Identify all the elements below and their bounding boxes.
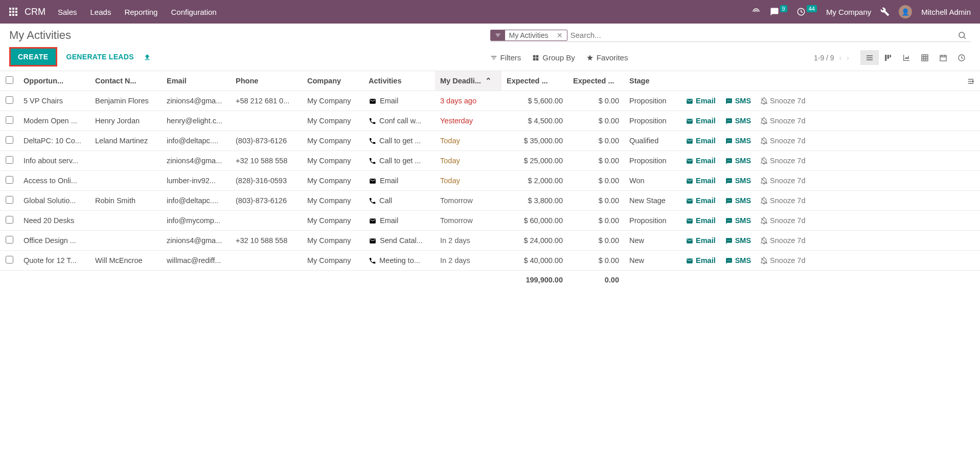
cell-activity[interactable]: Call to get ... xyxy=(363,131,435,151)
row-email-button[interactable]: Email xyxy=(686,196,716,205)
menu-configuration[interactable]: Configuration xyxy=(171,8,216,16)
import-icon[interactable] xyxy=(143,52,151,61)
company-switcher[interactable]: My Company xyxy=(826,8,871,16)
row-sms-button[interactable]: SMS xyxy=(725,117,751,125)
col-deadline[interactable]: My Deadli... ⌃ xyxy=(435,71,502,91)
table-row[interactable]: Modern Open ...Henry Jordanhenry@elight.… xyxy=(0,111,980,131)
row-checkbox[interactable] xyxy=(0,231,18,251)
cell-deadline: Today xyxy=(435,171,502,191)
col-opportunity[interactable]: Opportun... xyxy=(18,71,90,91)
row-sms-button[interactable]: SMS xyxy=(725,216,751,225)
cell-activity[interactable]: Meeting to... xyxy=(363,251,435,271)
row-snooze-button[interactable]: Snooze 7d xyxy=(760,177,805,185)
row-sms-button[interactable]: SMS xyxy=(725,256,751,265)
row-checkbox[interactable] xyxy=(0,131,18,151)
row-email-button[interactable]: Email xyxy=(686,236,716,245)
row-checkbox[interactable] xyxy=(0,211,18,231)
avatar[interactable]: 👤 xyxy=(899,5,912,18)
table-row[interactable]: DeltaPC: 10 Co...Leland Martinezinfo@del… xyxy=(0,131,980,151)
filters-button[interactable]: Filters xyxy=(490,53,521,62)
col-activities[interactable]: Activities xyxy=(363,71,435,91)
row-sms-button[interactable]: SMS xyxy=(725,97,751,105)
groupby-button[interactable]: Group By xyxy=(532,53,575,62)
cell-activity[interactable]: Call to get ... xyxy=(363,151,435,171)
row-email-button[interactable]: Email xyxy=(686,216,716,225)
menu-sales[interactable]: Sales xyxy=(58,8,77,16)
col-expected-revenue[interactable]: Expected ... xyxy=(502,71,568,91)
row-email-button[interactable]: Email xyxy=(686,97,716,105)
envelope-icon xyxy=(686,97,694,105)
row-sms-button[interactable]: SMS xyxy=(725,157,751,165)
col-email[interactable]: Email xyxy=(162,71,231,91)
table-row[interactable]: 5 VP ChairsBenjamin Floreszinions4@gma..… xyxy=(0,91,980,111)
voip-icon[interactable] xyxy=(751,7,761,16)
row-email-button[interactable]: Email xyxy=(686,177,716,185)
row-checkbox[interactable] xyxy=(0,111,18,131)
create-button[interactable]: CREATE xyxy=(9,47,57,67)
table-row[interactable]: Need 20 Desksinfo@mycomp...My CompanyEma… xyxy=(0,211,980,231)
row-checkbox[interactable] xyxy=(0,191,18,211)
row-checkbox[interactable] xyxy=(0,171,18,191)
pager-value[interactable]: 1-9 / 9 xyxy=(814,54,834,62)
row-snooze-button[interactable]: Snooze 7d xyxy=(760,196,805,205)
table-row[interactable]: Access to Onli...lumber-inv92...(828)-31… xyxy=(0,171,980,191)
table-row[interactable]: Global Solutio...Robin Smithinfo@deltapc… xyxy=(0,191,980,211)
cell-activity[interactable]: Send Catal... xyxy=(363,231,435,251)
menu-leads[interactable]: Leads xyxy=(90,8,111,16)
row-snooze-button[interactable]: Snooze 7d xyxy=(760,216,805,225)
cell-company: My Company xyxy=(302,131,363,151)
menu-reporting[interactable]: Reporting xyxy=(124,8,157,16)
optional-columns-icon[interactable] xyxy=(962,71,980,91)
pager-prev-icon[interactable]: ‹ xyxy=(839,54,842,62)
row-sms-button[interactable]: SMS xyxy=(725,196,751,205)
row-sms-button[interactable]: SMS xyxy=(725,236,751,245)
pager-next-icon[interactable]: › xyxy=(847,54,849,62)
view-activity-icon[interactable] xyxy=(952,50,971,65)
row-snooze-button[interactable]: Snooze 7d xyxy=(760,97,805,105)
row-sms-button[interactable]: SMS xyxy=(725,137,751,145)
table-row[interactable]: Quote for 12 T...Will McEncroewillmac@re… xyxy=(0,251,980,271)
row-snooze-button[interactable]: Snooze 7d xyxy=(760,137,805,145)
apps-icon[interactable] xyxy=(9,8,17,16)
app-brand[interactable]: CRM xyxy=(25,7,45,17)
cell-activity[interactable]: Email xyxy=(363,211,435,231)
row-email-button[interactable]: Email xyxy=(686,137,716,145)
select-all-checkbox[interactable] xyxy=(0,71,18,91)
cell-activity[interactable]: Call xyxy=(363,191,435,211)
cell-activity[interactable]: Conf call w... xyxy=(363,111,435,131)
row-checkbox[interactable] xyxy=(0,151,18,171)
view-pivot-icon[interactable] xyxy=(916,50,934,65)
table-row[interactable]: Office Design ...zinions4@gma...+32 10 5… xyxy=(0,231,980,251)
table-row[interactable]: Info about serv...zinions4@gma...+32 10 … xyxy=(0,151,980,171)
row-email-button[interactable]: Email xyxy=(686,256,716,265)
row-snooze-button[interactable]: Snooze 7d xyxy=(760,236,805,245)
row-sms-button[interactable]: SMS xyxy=(725,177,751,185)
col-stage[interactable]: Stage xyxy=(624,71,680,91)
generate-leads-button[interactable]: GENERATE LEADS xyxy=(66,53,134,61)
search-input[interactable] xyxy=(567,29,953,41)
view-graph-icon[interactable] xyxy=(897,50,916,65)
col-contact[interactable]: Contact N... xyxy=(90,71,162,91)
row-snooze-button[interactable]: Snooze 7d xyxy=(760,157,805,165)
user-name[interactable]: Mitchell Admin xyxy=(921,8,971,16)
col-expected-mrr[interactable]: Expected ... xyxy=(568,71,624,91)
row-snooze-button[interactable]: Snooze 7d xyxy=(760,256,805,265)
favorites-button[interactable]: Favorites xyxy=(586,53,628,62)
activities-icon[interactable]: 44 xyxy=(796,7,817,16)
col-phone[interactable]: Phone xyxy=(231,71,302,91)
row-checkbox[interactable] xyxy=(0,251,18,271)
col-company[interactable]: Company xyxy=(302,71,363,91)
search-icon[interactable] xyxy=(953,30,971,39)
view-kanban-icon[interactable] xyxy=(879,50,897,65)
debug-icon[interactable] xyxy=(880,7,890,16)
row-email-button[interactable]: Email xyxy=(686,117,716,125)
row-snooze-button[interactable]: Snooze 7d xyxy=(760,117,805,125)
cell-activity[interactable]: Email xyxy=(363,171,435,191)
view-list-icon[interactable] xyxy=(860,50,879,65)
row-email-button[interactable]: Email xyxy=(686,157,716,165)
cell-activity[interactable]: Email xyxy=(363,91,435,111)
view-calendar-icon[interactable] xyxy=(934,50,952,65)
facet-remove-icon[interactable]: ✕ xyxy=(553,30,567,40)
messages-icon[interactable]: 9 xyxy=(770,7,787,16)
row-checkbox[interactable] xyxy=(0,91,18,111)
